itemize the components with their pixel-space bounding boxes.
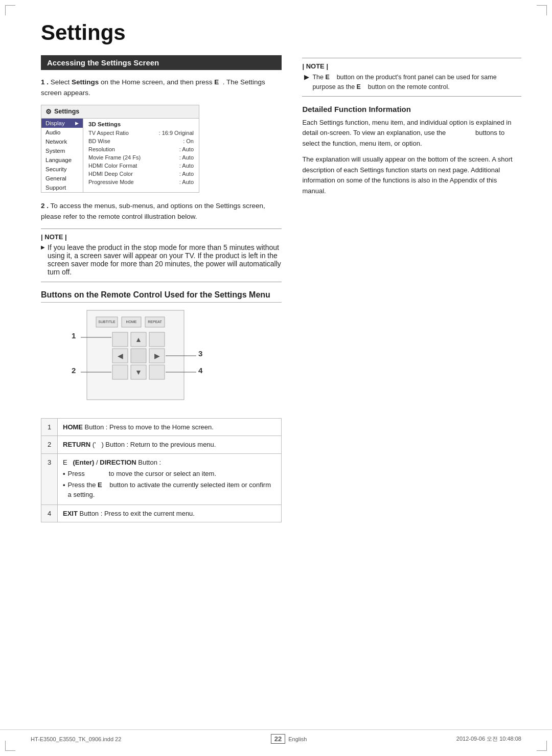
settings-row-bdwise: BD Wise : On <box>83 137 199 145</box>
step1-e-button: E <box>214 78 219 86</box>
settings-row-tv-aspect: TV Aspect Ratio : 16:9 Original <box>83 129 199 137</box>
table-row-2: 2 RETURN (' ) Button : Return to the pre… <box>41 436 282 454</box>
exit-button-label: EXIT <box>63 510 78 517</box>
svg-rect-10 <box>149 332 165 347</box>
settings-menu-system: System <box>41 146 83 155</box>
settings-menu-security: Security <box>41 165 83 174</box>
two-column-layout: Accessing the Settings Screen 1 . Select… <box>41 55 521 522</box>
corner-mark-tl <box>5 5 15 15</box>
corner-mark-tr <box>537 5 547 15</box>
press-text: Press to move the cursor or select an it… <box>68 469 216 479</box>
settings-menu-general: General <box>41 174 83 183</box>
direction-label: DIRECTION <box>100 459 136 466</box>
left-column: Accessing the Settings Screen 1 . Select… <box>41 55 282 522</box>
step1-number: 1 . <box>41 78 49 86</box>
note-title-1: | NOTE | <box>41 233 282 241</box>
svg-text:4: 4 <box>198 366 203 375</box>
right-note-text: The E button on the product's front pane… <box>312 73 521 92</box>
right-note-arrow-icon: ▶ <box>304 73 309 92</box>
bullet-arrow-icon: ▶ <box>41 244 45 276</box>
table-row-3: 3 E (Enter) / DIRECTION Button : • Press… <box>41 453 282 505</box>
detail-text-2: The explanation will usually appear on t… <box>302 154 521 197</box>
step1-bold-settings: Settings <box>72 78 99 86</box>
settings-mockup: ⚙ Settings Display ▶ Audio Network Syste… <box>41 105 199 193</box>
note-text-1: If you leave the product in the stop mod… <box>48 243 282 276</box>
settings-menu-display: Display ▶ <box>41 119 83 128</box>
remote-area: SUBTITLE HOME REPEAT ▲ ◀ <box>41 308 225 410</box>
svg-rect-7 <box>112 332 128 347</box>
svg-text:3: 3 <box>198 349 202 358</box>
page-language: English <box>288 736 307 742</box>
button-desc-2: RETURN (' ) Button : Return to the previ… <box>58 436 282 454</box>
right-note-box: | NOTE | ▶ The E button on the product's… <box>302 58 521 97</box>
settings-left-menu: Display ▶ Audio Network System Language … <box>41 119 83 192</box>
settings-mockup-body: Display ▶ Audio Network System Language … <box>41 119 199 192</box>
settings-submenu-title: 3D Settings <box>83 120 199 129</box>
svg-text:1: 1 <box>72 331 76 340</box>
return-button-label: RETURN <box>63 441 90 448</box>
svg-text:▼: ▼ <box>135 368 142 376</box>
table-row-1: 1 HOME Button : Press to move to the Hom… <box>41 418 282 436</box>
home-button-label: HOME <box>63 423 83 431</box>
svg-rect-16 <box>112 365 128 379</box>
svg-text:HOME: HOME <box>126 320 137 324</box>
page-number: 22 <box>271 734 285 744</box>
button-num-4: 4 <box>41 505 58 522</box>
button-num-1: 1 <box>41 418 58 436</box>
settings-menu-support: Support <box>41 183 83 192</box>
right-note-title: | NOTE | <box>302 62 521 70</box>
settings-row-movie-frame: Movie Frame (24 Fs) : Auto <box>83 153 199 162</box>
page-title: Settings <box>41 20 521 45</box>
svg-text:SUBTITLE: SUBTITLE <box>98 320 116 324</box>
settings-menu-language: Language <box>41 155 83 165</box>
settings-menu-audio: Audio <box>41 128 83 137</box>
right-note-bullet: ▶ The E button on the product's front pa… <box>302 73 521 92</box>
settings-row-hdmi-deep: HDMI Deep Color : Auto <box>83 170 199 178</box>
settings-mockup-header: ⚙ Settings <box>41 105 199 119</box>
arrow-icon: ▶ <box>75 121 79 126</box>
step2-text: 2 . To access the menus, sub-menus, and … <box>41 201 282 222</box>
settings-row-hdmi-color: HDMI Color Format : Auto <box>83 162 199 170</box>
svg-rect-19 <box>149 365 165 379</box>
svg-text:▲: ▲ <box>135 335 142 343</box>
page-number-box: 22 English <box>271 734 307 744</box>
remote-illustration: SUBTITLE HOME REPEAT ▲ ◀ <box>61 308 215 405</box>
svg-text:2: 2 <box>72 366 76 375</box>
note-bullet-1: ▶ If you leave the product in the stop m… <box>41 243 282 276</box>
settings-menu-network: Network <box>41 137 83 146</box>
footer-right: 2012-09-06 오전 10:48:08 <box>456 735 521 743</box>
svg-text:◀: ◀ <box>118 352 123 360</box>
buttons-section-title: Buttons on the Remote Control Used for t… <box>41 290 282 303</box>
settings-right-content: 3D Settings TV Aspect Ratio : 16:9 Origi… <box>83 119 199 192</box>
button-desc-1: HOME Button : Press to move to the Home … <box>58 418 282 436</box>
step1-text: 1 . Select Settings on the Home screen, … <box>41 77 282 99</box>
svg-text:REPEAT: REPEAT <box>148 320 162 324</box>
button-3-bullets: • Press to move the cursor or select an … <box>63 469 276 500</box>
button-num-2: 2 <box>41 436 58 454</box>
settings-row-resolution: Resolution : Auto <box>83 145 199 153</box>
e-enter-button: E <box>98 481 102 489</box>
enter-label: (Enter) <box>73 459 95 466</box>
page-container: Settings Accessing the Settings Screen 1… <box>0 0 552 756</box>
button-num-3: 3 <box>41 453 58 505</box>
button-table: 1 HOME Button : Press to move to the Hom… <box>41 418 282 523</box>
step2-number: 2 . <box>41 202 49 210</box>
settings-mockup-title: Settings <box>54 108 79 115</box>
button-desc-4: EXIT Button : Press to exit the current … <box>58 505 282 522</box>
right-column: | NOTE | ▶ The E button on the product's… <box>302 55 521 522</box>
bullet-item-1: • Press to move the cursor or select an … <box>63 469 276 479</box>
table-row-4: 4 EXIT Button : Press to exit the curren… <box>41 505 282 522</box>
footer-left: HT-E3500_E3550_TK_0906.indd 22 <box>31 736 121 742</box>
bullet-item-2: • Press the E button to activate the cur… <box>63 480 276 500</box>
button-desc-3: E (Enter) / DIRECTION Button : • Press t… <box>58 453 282 505</box>
note-box-1: | NOTE | ▶ If you leave the product in t… <box>41 228 282 282</box>
detail-text: Each Settings function, menu item, and i… <box>302 118 521 149</box>
page-footer: HT-E3500_E3550_TK_0906.indd 22 22 Englis… <box>0 729 552 744</box>
detail-section-title: Detailed Function Information <box>302 105 521 113</box>
svg-rect-13 <box>131 349 146 363</box>
settings-row-progressive: Progressive Mode : Auto <box>83 178 199 186</box>
section-heading: Accessing the Settings Screen <box>41 55 282 70</box>
gear-icon: ⚙ <box>45 108 52 116</box>
svg-text:▶: ▶ <box>154 352 160 360</box>
